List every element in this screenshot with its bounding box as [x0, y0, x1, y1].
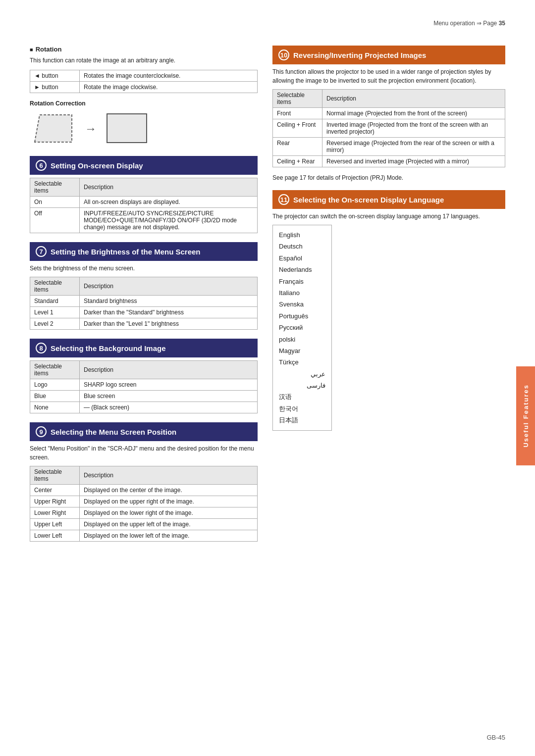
lang-arabic: عربي: [279, 368, 325, 380]
lang-francais: Français: [279, 276, 325, 287]
table-header-row: Selectable items Description: [30, 178, 258, 197]
table-row: Ceiling + Front Inverted image (Projecte…: [273, 119, 505, 138]
table-row: Center Displayed on the center of the im…: [30, 485, 258, 496]
lang-chinese: 汉语: [279, 391, 325, 403]
section6-block: 6 Setting On-screen Display Selectable i…: [30, 156, 258, 233]
table-header-row: Selectable items Description: [30, 361, 258, 379]
table-row: ◄ button Rotates the image counterclockw…: [30, 70, 258, 82]
language-list: English Deutsch Español Nederlands Franç…: [272, 225, 332, 431]
section7-block: 7 Setting the Brightness of the Menu Scr…: [30, 242, 258, 330]
section11-intro: The projector can switch the on-screen d…: [272, 212, 505, 221]
breadcrumb: Menu operation ⇒ Page 35: [0, 20, 535, 27]
table-row: ► button Rotate the image clockwise.: [30, 82, 258, 93]
rotation-images: →: [30, 110, 258, 147]
section8-header: 8 Selecting the Background Image: [30, 339, 258, 357]
table-row: On All on-screen displays are displayed.: [30, 197, 258, 208]
section7-table: Selectable items Description Standard St…: [30, 277, 258, 330]
section6-table: Selectable items Description On All on-s…: [30, 178, 258, 233]
corrected-rect-diagram: [105, 110, 152, 147]
section10-number: 10: [278, 50, 289, 60]
section9-block: 9 Selecting the Menu Screen Position Sel…: [30, 422, 258, 542]
lang-turkce: Türkçe: [279, 356, 325, 368]
table-row: Lower Left Displayed on the lower left o…: [30, 530, 258, 542]
section10-block: 10 Reversing/Inverting Projected Images …: [272, 46, 505, 181]
section6-header: 6 Setting On-screen Display: [30, 156, 258, 175]
section10-note: See page 17 for details of Projection (P…: [272, 174, 505, 181]
table-row: Blue Blue screen: [30, 391, 258, 402]
lang-japanese: 日本語: [279, 414, 325, 426]
trapezoid-diagram: [30, 110, 77, 147]
section10-intro: This function allows the projector to be…: [272, 67, 505, 85]
table-row: Rear Reversed image (Projected from the …: [273, 138, 505, 156]
left-column: Rotation This function can rotate the im…: [30, 46, 258, 551]
section8-table: Selectable items Description Logo SHARP …: [30, 360, 258, 413]
lang-svenska: Svenska: [279, 299, 325, 310]
table-row: Off INPUT/FREEZE/AUTO SYNC/RESIZE/PICTUR…: [30, 208, 258, 233]
table-header-row: Selectable items Description: [30, 277, 258, 296]
section9-intro: Select "Menu Position" in the "SCR-ADJ" …: [30, 444, 258, 462]
table-row: Standard Standard brightness: [30, 296, 258, 307]
section10-header: 10 Reversing/Inverting Projected Images: [272, 46, 505, 64]
section9-table: Selectable items Description Center Disp…: [30, 466, 258, 542]
rotation-table: ◄ button Rotates the image counterclockw…: [30, 70, 258, 93]
table-row: Upper Left Displayed on the upper left o…: [30, 519, 258, 530]
section8-block: 8 Selecting the Background Image Selecta…: [30, 339, 258, 413]
section9-header: 9 Selecting the Menu Screen Position: [30, 422, 258, 441]
lang-korean: 한국어: [279, 403, 325, 414]
lang-magyar: Magyar: [279, 345, 325, 356]
table-row: Logo SHARP logo screen: [30, 379, 258, 391]
page-number: GB-45: [486, 734, 505, 741]
lang-portugues: Português: [279, 310, 325, 322]
lang-nederlands: Nederlands: [279, 264, 325, 275]
content-area: Rotation This function can rotate the im…: [0, 36, 535, 570]
table-row: Level 1 Darker than the "Standard" brigh…: [30, 307, 258, 318]
lang-russian: Русский: [279, 322, 325, 333]
section8-number: 8: [36, 343, 47, 353]
right-column: 10 Reversing/Inverting Projected Images …: [272, 46, 505, 551]
table-row: None — (Black screen): [30, 402, 258, 413]
rotation-title: Rotation: [30, 46, 258, 53]
section10-table: Selectable items Description Front Norma…: [272, 89, 505, 167]
section7-intro: Sets the brightness of the menu screen.: [30, 264, 258, 273]
svg-rect-1: [107, 114, 147, 143]
useful-features-tab: Useful Features: [516, 366, 535, 465]
lang-polski: polski: [279, 334, 325, 345]
page-container: Menu operation ⇒ Page 35 Rotation This f…: [0, 0, 535, 756]
table-header-row: Selectable items Description: [30, 466, 258, 485]
table-header-row: Selectable items Description: [273, 90, 505, 108]
table-row: Level 2 Darker than the "Level 1" bright…: [30, 318, 258, 330]
table-row: Lower Right Displayed on the lower right…: [30, 507, 258, 519]
section6-number: 6: [36, 160, 47, 171]
rotation-correction-label: Rotation Correction: [30, 100, 258, 107]
table-row: Upper Right Displayed on the upper right…: [30, 496, 258, 507]
lang-espanol: Español: [279, 252, 325, 264]
arrow-icon: →: [85, 122, 97, 136]
lang-deutsch: Deutsch: [279, 241, 325, 252]
rotation-section: Rotation This function can rotate the im…: [30, 46, 258, 147]
section11-number: 11: [278, 194, 289, 205]
section11-block: 11 Selecting the On-screen Display Langu…: [272, 190, 505, 436]
section7-number: 7: [36, 246, 47, 257]
section11-header: 11 Selecting the On-screen Display Langu…: [272, 190, 505, 209]
table-row: Front Normal image (Projected from the f…: [273, 108, 505, 119]
lang-farsi: فارسی: [279, 380, 325, 391]
table-row: Ceiling + Rear Reversed and inverted ima…: [273, 156, 505, 167]
lang-italiano: Italiano: [279, 287, 325, 299]
section7-header: 7 Setting the Brightness of the Menu Scr…: [30, 242, 258, 261]
section9-number: 9: [36, 426, 47, 437]
svg-marker-0: [35, 115, 72, 142]
lang-english: English: [279, 229, 325, 241]
rotation-description: This function can rotate the image at an…: [30, 56, 258, 65]
